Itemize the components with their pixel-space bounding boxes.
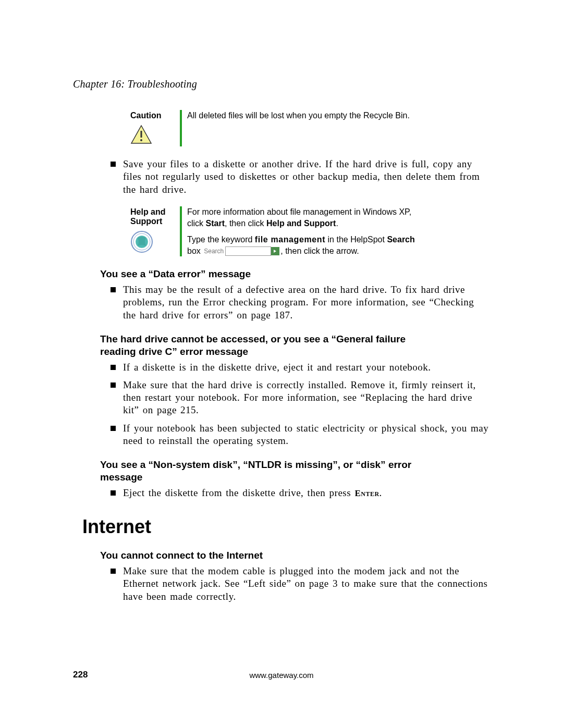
subhead-general-failure: The hard drive cannot be accessed, or yo…: [100, 333, 434, 358]
help-start: Start: [206, 219, 225, 228]
bullet-save-files: Save your files to a diskette or another…: [111, 158, 490, 196]
svg-point-2: [140, 139, 142, 141]
bullet-text: Save your files to a diskette or another…: [123, 158, 490, 196]
page-footer: 228 www.gateway.com: [73, 670, 490, 680]
enter-key: Enter: [354, 488, 379, 498]
bullet-text: If your notebook has been subjected to s…: [123, 422, 490, 448]
bullet-icon: [111, 287, 116, 292]
caution-text: All deleted files will be lost when you …: [187, 110, 431, 146]
bullet-text: This may be the result of a defective ar…: [123, 283, 490, 322]
caution-callout: Caution All deleted files will be lost w…: [130, 110, 490, 146]
help-line2b: in the HelpSpot: [325, 235, 387, 244]
svg-rect-1: [141, 131, 142, 138]
bullet-text: If a diskette is in the diskette drive, …: [123, 361, 431, 374]
search-demo-arrow-icon: [271, 247, 279, 255]
chapter-header: Chapter 16: Troubleshooting: [73, 78, 490, 90]
ntldr-a: Eject the diskette from the diskette dri…: [123, 487, 354, 498]
help-hns: Help and Support: [266, 219, 336, 228]
help-keyword: file management: [255, 235, 325, 244]
help-line2d: box: [187, 246, 203, 255]
callout-divider: [180, 206, 182, 256]
subhead-cannot-connect: You cannot connect to the Internet: [100, 549, 490, 562]
ntldr-c: .: [380, 487, 382, 498]
help-callout: Help and Support For more information ab…: [130, 206, 490, 256]
bullet-icon: [111, 490, 116, 496]
search-box-demo: Search: [204, 246, 279, 256]
bullet-ntldr: Eject the diskette from the diskette dri…: [111, 487, 490, 499]
footer-url: www.gateway.com: [73, 671, 490, 680]
callout-divider: [180, 110, 182, 146]
bullet-modem-cable: Make sure that the modem cable is plugge…: [111, 565, 490, 603]
help-icon: [130, 230, 180, 255]
caution-icon: [130, 125, 180, 146]
help-text: For more information about file manageme…: [187, 206, 445, 256]
section-internet: Internet: [82, 516, 490, 538]
subhead-data-error: You see a “Data error” message: [100, 268, 490, 280]
bullet-icon: [111, 162, 116, 167]
help-line2e: , then click the arrow.: [280, 246, 359, 255]
bullet-data-error: This may be the result of a defective ar…: [111, 283, 490, 322]
help-label-line2: Support: [130, 217, 180, 226]
bullet-text: Eject the diskette from the diskette dri…: [123, 487, 382, 499]
bullet-text: Make sure that the modem cable is plugge…: [123, 565, 490, 603]
help-line1e: .: [336, 219, 338, 228]
help-line2a: Type the keyword: [187, 235, 255, 244]
caution-label: Caution: [130, 111, 180, 120]
help-search-word: Search: [387, 235, 414, 244]
bullet-text: Make sure that the hard drive is correct…: [123, 379, 490, 417]
search-demo-input: [225, 246, 271, 256]
document-page: Chapter 16: Troubleshooting Caution All …: [0, 0, 563, 728]
bullet-reinstall-hd: Make sure that the hard drive is correct…: [111, 379, 490, 417]
search-demo-label: Search: [204, 247, 224, 255]
bullet-icon: [111, 382, 116, 388]
help-label-col: Help and Support: [130, 206, 180, 256]
caution-label-col: Caution: [130, 110, 180, 146]
bullet-icon: [111, 569, 116, 574]
bullet-icon: [111, 365, 116, 370]
subhead-ntldr: You see a “Non-system disk”, “NTLDR is m…: [100, 459, 434, 484]
bullet-eject-diskette: If a diskette is in the diskette drive, …: [111, 361, 490, 374]
help-line1c: , then click: [225, 219, 266, 228]
bullet-static: If your notebook has been subjected to s…: [111, 422, 490, 448]
bullet-icon: [111, 426, 116, 431]
help-label-line1: Help and: [130, 207, 180, 217]
